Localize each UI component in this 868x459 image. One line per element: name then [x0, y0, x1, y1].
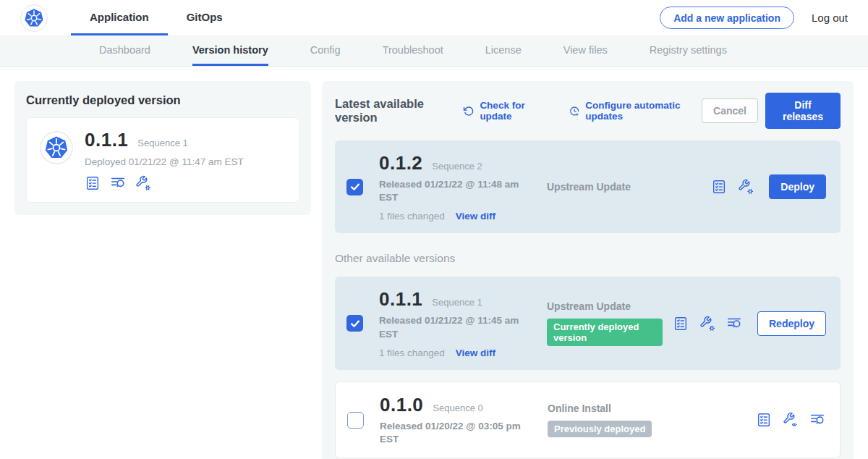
- deployed-version-number: 0.1.1: [85, 129, 128, 151]
- view-diff-link[interactable]: View diff: [456, 348, 495, 358]
- deployed-timestamp: Deployed 01/21/22 @ 11:47 am EST: [85, 156, 244, 167]
- refresh-icon: [463, 104, 475, 118]
- available-versions-panel: Latest available version Check for updat…: [322, 81, 854, 459]
- deployed-panel-title: Currently deployed version: [26, 93, 299, 107]
- deploy-logs-icon[interactable]: [809, 412, 825, 428]
- released-timestamp: Released 01/21/22 @ 11:48 am EST: [379, 178, 521, 204]
- deployed-sequence-label: Sequence 1: [137, 138, 187, 148]
- checkmark-icon: [349, 180, 362, 193]
- version-checkbox[interactable]: [346, 315, 363, 332]
- app-icon: [40, 131, 73, 191]
- logout-link[interactable]: Log out: [812, 12, 848, 24]
- deploy-logs-icon[interactable]: [110, 175, 126, 191]
- released-timestamp: Released 01/21/22 @ 11:45 am EST: [379, 314, 521, 340]
- app-subnav: Dashboard Version history Config Trouble…: [0, 35, 868, 67]
- configure-automatic-updates-link[interactable]: Configure automatic updates: [569, 100, 702, 122]
- preflight-results-icon[interactable]: [783, 412, 799, 428]
- subnav-tab-troubleshoot[interactable]: Troubleshoot: [383, 35, 443, 66]
- subnav-tab-version-history[interactable]: Version history: [192, 35, 268, 66]
- release-notes-icon[interactable]: [711, 179, 727, 195]
- preflight-checks-icon[interactable]: [135, 175, 151, 191]
- subnav-tab-license[interactable]: License: [485, 35, 522, 66]
- sequence-label: Sequence 1: [432, 297, 482, 308]
- released-timestamp: Released 01/20/22 @ 03:05 pm EST: [380, 420, 522, 446]
- version-row-0-1-1: 0.1.1 Sequence 1 Released 01/21/22 @ 11:…: [335, 277, 841, 369]
- sequence-label: Sequence 2: [432, 161, 482, 172]
- currently-deployed-panel: Currently deployed version 0.1.1 Sequenc…: [14, 81, 311, 215]
- tab-gitops[interactable]: GitOps: [168, 0, 242, 35]
- subnav-tab-config[interactable]: Config: [310, 35, 341, 66]
- diff-releases-button[interactable]: Diff releases: [765, 93, 841, 129]
- currently-deployed-badge: Currently deployed version: [547, 319, 663, 346]
- sequence-label: Sequence 0: [433, 403, 482, 413]
- cancel-button[interactable]: Cancel: [702, 98, 758, 123]
- view-diff-link[interactable]: View diff: [456, 211, 495, 222]
- app-tabs: Application GitOps: [71, 0, 242, 35]
- tab-application[interactable]: Application: [71, 0, 168, 35]
- subnav-tab-view-files[interactable]: View files: [563, 35, 608, 66]
- version-number: 0.1.1: [379, 288, 422, 311]
- preflight-checks-icon[interactable]: [738, 179, 754, 195]
- version-checkbox[interactable]: [346, 179, 363, 195]
- version-number: 0.1.2: [379, 152, 422, 174]
- files-changed-label: 1 files changed: [379, 348, 445, 358]
- deploy-logs-icon[interactable]: [726, 316, 742, 332]
- redeploy-button[interactable]: Redeploy: [757, 311, 826, 336]
- version-row-0-1-0: 0.1.0 Sequence 0 Released 01/20/22 @ 03:…: [335, 382, 841, 458]
- deploy-button[interactable]: Deploy: [769, 174, 826, 199]
- add-application-button[interactable]: Add a new application: [660, 7, 794, 29]
- kubernetes-logo: [20, 0, 48, 35]
- version-source-label: Online Install: [548, 403, 746, 414]
- version-number: 0.1.0: [380, 394, 423, 416]
- subnav-tab-dashboard[interactable]: Dashboard: [99, 35, 150, 66]
- release-notes-icon[interactable]: [673, 316, 689, 332]
- other-versions-title: Other available versions: [335, 252, 841, 265]
- release-notes-icon[interactable]: [85, 175, 101, 191]
- top-nav: Application GitOps Add a new application…: [0, 0, 868, 35]
- version-source-label: Upstream Update: [547, 181, 701, 193]
- latest-available-title: Latest available version: [335, 97, 451, 125]
- version-checkbox[interactable]: [347, 412, 364, 429]
- subnav-tab-registry-settings[interactable]: Registry settings: [650, 35, 727, 66]
- check-for-update-link[interactable]: Check for update: [463, 100, 548, 122]
- checkmark-icon: [349, 317, 362, 330]
- previously-deployed-badge: Previously deployed: [548, 421, 652, 437]
- files-changed-label: 1 files changed: [379, 211, 445, 222]
- preflight-checks-icon[interactable]: [699, 316, 715, 332]
- version-row-0-1-2: 0.1.2 Sequence 2 Released 01/21/22 @ 11:…: [335, 140, 841, 233]
- version-source-label: Upstream Update: [547, 300, 663, 312]
- release-notes-icon[interactable]: [756, 412, 772, 428]
- deployed-version-card: 0.1.1 Sequence 1 Deployed 01/21/22 @ 11:…: [26, 117, 299, 203]
- schedule-update-icon: [569, 104, 580, 118]
